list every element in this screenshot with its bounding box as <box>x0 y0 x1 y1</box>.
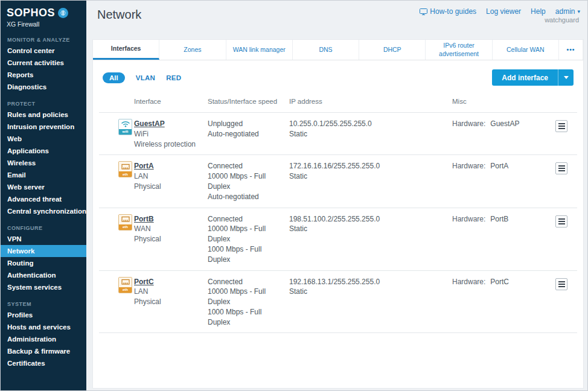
ip-mode: Static <box>289 224 446 234</box>
tab-wan-link-manager[interactable]: WAN link manager <box>226 40 293 60</box>
interface-name-link[interactable]: GuestAP <box>134 119 165 129</box>
hardware-label: Hardware: <box>452 119 485 128</box>
sidebar-item-backup-firmware[interactable]: Backup & firmware <box>1 345 86 357</box>
row-menu-button[interactable] <box>555 215 567 227</box>
sidebar-item-applications[interactable]: Applications <box>1 145 86 157</box>
guides-icon <box>420 8 427 15</box>
ip-mode: Static <box>289 171 446 182</box>
hardware-label: Hardware: <box>452 162 485 170</box>
col-ip-address: IP address <box>289 97 452 106</box>
filter-all[interactable]: All <box>103 72 125 83</box>
tab-dns[interactable]: DNS <box>293 40 359 60</box>
appliance-name: watchguard <box>545 16 579 24</box>
sidebar-item-wireless[interactable]: Wireless <box>1 157 86 169</box>
ip-mode: Static <box>289 287 446 297</box>
tab-dhcp[interactable]: DHCP <box>359 40 426 60</box>
log-viewer-link[interactable]: Log viewer <box>486 7 521 16</box>
help-link[interactable]: Help <box>531 7 546 16</box>
filter-red[interactable]: RED <box>166 74 181 81</box>
tab-zones[interactable]: Zones <box>159 40 226 60</box>
row-menu-button[interactable] <box>555 162 567 174</box>
sidebar-item-web[interactable]: Web <box>1 133 86 145</box>
status-line: 10000 Mbps - Full Duplex <box>208 287 283 307</box>
ip-address: 198.51.100.2/255.255.255.0 <box>289 214 446 224</box>
status-line: Connected <box>208 214 283 224</box>
sidebar-item-system-services[interactable]: System services <box>1 281 86 293</box>
hardware-label: Hardware: <box>452 278 485 286</box>
section-protect: PROTECT <box>7 101 86 107</box>
ethernet-interface-icon: eth <box>118 161 132 177</box>
status-line: 10000 Mbps - Full Duplex <box>208 224 283 244</box>
admin-label: admin <box>555 7 575 16</box>
tab-cellular-wan[interactable]: Cellular WAN <box>493 40 559 60</box>
top-bar: Network How-to guides Log viewer Help ad… <box>86 1 587 39</box>
row-menu-button[interactable] <box>555 278 567 290</box>
ethernet-interface-icon: eth <box>118 277 132 293</box>
section-system: SYSTEM <box>7 301 86 307</box>
menu-icon <box>558 168 565 169</box>
sidebar-item-intrusion-prevention[interactable]: Intrusion prevention <box>1 121 86 133</box>
sidebar-item-diagnostics[interactable]: Diagnostics <box>1 81 86 93</box>
interface-name-link[interactable]: PortA <box>134 161 154 171</box>
interface-type: WiFi <box>134 129 202 139</box>
sidebar-item-administration[interactable]: Administration <box>1 333 86 345</box>
ethernet-interface-icon: eth <box>118 214 132 230</box>
sidebar-item-current-activities[interactable]: Current activities <box>1 57 86 69</box>
add-interface-button[interactable]: Add interface <box>492 69 574 86</box>
tab-ipv6-router-advertisement[interactable]: IPv6 router advertisement <box>426 40 492 60</box>
sidebar-item-authentication[interactable]: Authentication <box>1 269 86 281</box>
sidebar-item-certificates[interactable]: Certificates <box>1 357 86 369</box>
interface-name-link[interactable]: PortC <box>134 277 154 287</box>
table-row: wifi GuestAP WiFi Wireless protection Un… <box>99 112 577 154</box>
col-interface: Interface <box>134 97 208 106</box>
menu-icon <box>558 284 565 285</box>
sidebar-item-hosts-and-services[interactable]: Hosts and services <box>1 321 86 333</box>
sophos-logo: SOPHOS <box>7 7 55 19</box>
admin-menu[interactable]: admin ▾ <box>555 7 580 16</box>
main-area: Network How-to guides Log viewer Help ad… <box>86 1 587 390</box>
sophos-logo-icon <box>58 8 68 18</box>
status-line: 10000 Mbps - Full Duplex <box>208 171 283 192</box>
sidebar-item-web-server[interactable]: Web server <box>1 181 86 193</box>
status-line: Connected <box>208 277 283 287</box>
chevron-down-icon <box>558 69 574 86</box>
ip-address: 192.168.13.1/255.255.255.0 <box>289 277 446 287</box>
interface-subtype: Physical <box>134 297 202 307</box>
interface-subtype: Wireless protection <box>134 139 202 150</box>
add-interface-label: Add interface <box>492 69 558 86</box>
sidebar-item-network[interactable]: Network <box>1 245 86 257</box>
page: { "brand": { "name": "SOPHOS", "product"… <box>0 0 588 391</box>
status-line: 1000 Mbps - Full Duplex <box>208 307 283 328</box>
how-to-guides-link[interactable]: How-to guides <box>420 7 476 16</box>
ip-address: 10.255.0.1/255.255.255.0 <box>289 119 446 129</box>
product-name: XG Firewall <box>7 21 80 28</box>
hardware-value: GuestAP <box>490 119 519 128</box>
filter-vlan[interactable]: VLAN <box>136 74 156 81</box>
sidebar-item-routing[interactable]: Routing <box>1 257 86 269</box>
hardware-label: Hardware: <box>452 215 485 223</box>
interface-subtype: Physical <box>134 234 202 244</box>
tab-interfaces[interactable]: Interfaces <box>93 40 159 60</box>
interface-type: LAN <box>134 171 202 182</box>
sidebar-item-control-center[interactable]: Control center <box>1 45 86 57</box>
ip-mode: Static <box>289 129 446 139</box>
menu-icon <box>558 221 565 222</box>
sidebar-item-advanced-threat[interactable]: Advanced threat <box>1 193 86 205</box>
sidebar-item-central-synchronization[interactable]: Central synchronization <box>1 205 86 217</box>
content-card: Interfaces Zones WAN link manager DNS DH… <box>92 39 584 389</box>
sidebar-item-profiles[interactable]: Profiles <box>1 309 86 321</box>
interface-name-link[interactable]: PortB <box>134 214 154 224</box>
sidebar-item-vpn[interactable]: VPN <box>1 233 86 245</box>
interface-type: WAN <box>134 224 202 234</box>
interface-subtype: Physical <box>134 182 202 192</box>
sidebar-item-email[interactable]: Email <box>1 169 86 181</box>
brand: SOPHOS XG Firewall <box>1 1 86 29</box>
interfaces-table: Interface Status/Interface speed IP addr… <box>93 94 583 333</box>
hardware-value: PortA <box>490 162 508 170</box>
sidebar-item-rules-and-policies[interactable]: Rules and policies <box>1 109 86 121</box>
more-tabs-button[interactable]: ••• <box>559 40 583 60</box>
chevron-down-icon: ▾ <box>577 8 580 14</box>
sidebar-item-reports[interactable]: Reports <box>1 69 86 81</box>
row-menu-button[interactable] <box>555 120 567 132</box>
how-to-guides-label: How-to guides <box>430 7 476 16</box>
